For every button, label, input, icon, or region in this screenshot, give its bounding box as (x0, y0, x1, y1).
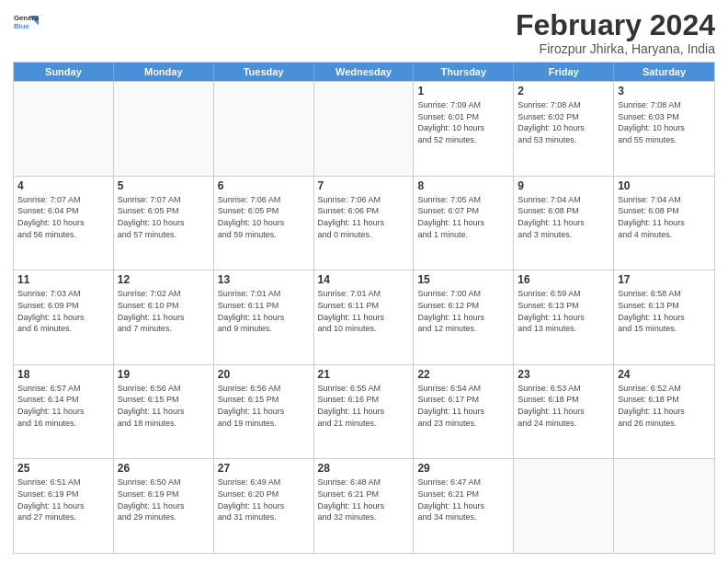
calendar-cell (314, 82, 415, 176)
day-number: 28 (318, 462, 410, 475)
day-info: Sunrise: 6:55 AM Sunset: 6:16 PM Dayligh… (318, 383, 410, 429)
svg-text:General: General (14, 14, 39, 22)
location: Firozpur Jhirka, Haryana, India (516, 41, 715, 56)
calendar-cell: 25Sunrise: 6:51 AM Sunset: 6:19 PM Dayli… (14, 459, 114, 553)
day-number: 14 (318, 273, 410, 286)
calendar-cell: 4Sunrise: 7:07 AM Sunset: 6:04 PM Daylig… (14, 177, 114, 270)
calendar-row-5: 25Sunrise: 6:51 AM Sunset: 6:19 PM Dayli… (14, 458, 714, 553)
calendar-cell (514, 459, 614, 553)
day-info: Sunrise: 6:57 AM Sunset: 6:14 PM Dayligh… (17, 383, 109, 429)
calendar-cell: 11Sunrise: 7:03 AM Sunset: 6:09 PM Dayli… (14, 270, 114, 364)
day-number: 15 (417, 273, 509, 286)
calendar-row-3: 11Sunrise: 7:03 AM Sunset: 6:09 PM Dayli… (14, 270, 714, 364)
header-day-saturday: Saturday (614, 63, 714, 81)
day-number: 9 (518, 179, 609, 192)
day-info: Sunrise: 7:03 AM Sunset: 6:09 PM Dayligh… (17, 288, 109, 334)
calendar-cell: 17Sunrise: 6:58 AM Sunset: 6:13 PM Dayli… (614, 270, 714, 364)
day-info: Sunrise: 6:50 AM Sunset: 6:19 PM Dayligh… (118, 477, 210, 523)
calendar-cell: 24Sunrise: 6:52 AM Sunset: 6:18 PM Dayli… (614, 365, 714, 459)
day-info: Sunrise: 7:02 AM Sunset: 6:10 PM Dayligh… (118, 288, 210, 334)
calendar-row-4: 18Sunrise: 6:57 AM Sunset: 6:14 PM Dayli… (14, 364, 714, 459)
day-info: Sunrise: 6:48 AM Sunset: 6:21 PM Dayligh… (318, 477, 410, 523)
day-info: Sunrise: 7:08 AM Sunset: 6:02 PM Dayligh… (518, 99, 609, 145)
calendar-cell: 18Sunrise: 6:57 AM Sunset: 6:14 PM Dayli… (14, 365, 114, 459)
calendar-cell: 1Sunrise: 7:09 AM Sunset: 6:01 PM Daylig… (414, 82, 514, 176)
calendar-cell: 19Sunrise: 6:56 AM Sunset: 6:15 PM Dayli… (114, 365, 214, 459)
calendar-cell (614, 459, 714, 553)
calendar-cell (14, 82, 114, 176)
day-number: 20 (218, 368, 310, 381)
calendar-cell: 6Sunrise: 7:06 AM Sunset: 6:05 PM Daylig… (214, 177, 314, 270)
header-day-monday: Monday (114, 63, 214, 81)
day-info: Sunrise: 7:07 AM Sunset: 6:05 PM Dayligh… (118, 194, 210, 240)
header-day-friday: Friday (514, 63, 614, 81)
svg-text:Blue: Blue (14, 22, 30, 30)
day-info: Sunrise: 7:04 AM Sunset: 6:08 PM Dayligh… (618, 194, 711, 240)
day-number: 8 (417, 179, 509, 192)
day-number: 25 (17, 462, 109, 475)
calendar-row-2: 4Sunrise: 7:07 AM Sunset: 6:04 PM Daylig… (14, 176, 714, 270)
day-info: Sunrise: 7:04 AM Sunset: 6:08 PM Dayligh… (518, 194, 609, 240)
calendar-cell: 3Sunrise: 7:08 AM Sunset: 6:03 PM Daylig… (614, 82, 714, 176)
calendar-cell: 21Sunrise: 6:55 AM Sunset: 6:16 PM Dayli… (314, 365, 415, 459)
day-number: 19 (118, 368, 210, 381)
calendar-cell: 28Sunrise: 6:48 AM Sunset: 6:21 PM Dayli… (314, 459, 415, 553)
day-info: Sunrise: 6:53 AM Sunset: 6:18 PM Dayligh… (518, 383, 609, 429)
day-info: Sunrise: 6:47 AM Sunset: 6:21 PM Dayligh… (417, 477, 509, 523)
calendar-header: SundayMondayTuesdayWednesdayThursdayFrid… (14, 63, 714, 81)
calendar-cell: 23Sunrise: 6:53 AM Sunset: 6:18 PM Dayli… (514, 365, 614, 459)
calendar-cell: 12Sunrise: 7:02 AM Sunset: 6:10 PM Dayli… (114, 270, 214, 364)
day-info: Sunrise: 6:56 AM Sunset: 6:15 PM Dayligh… (118, 383, 210, 429)
page: General Blue February 2024 Firozpur Jhir… (0, 0, 728, 563)
calendar-cell: 26Sunrise: 6:50 AM Sunset: 6:19 PM Dayli… (114, 459, 214, 553)
day-number: 17 (618, 273, 711, 286)
day-info: Sunrise: 6:58 AM Sunset: 6:13 PM Dayligh… (618, 288, 711, 334)
day-info: Sunrise: 7:01 AM Sunset: 6:11 PM Dayligh… (318, 288, 410, 334)
calendar-cell: 16Sunrise: 6:59 AM Sunset: 6:13 PM Dayli… (514, 270, 614, 364)
calendar-cell: 10Sunrise: 7:04 AM Sunset: 6:08 PM Dayli… (614, 177, 714, 270)
calendar-cell: 14Sunrise: 7:01 AM Sunset: 6:11 PM Dayli… (314, 270, 415, 364)
calendar-cell: 15Sunrise: 7:00 AM Sunset: 6:12 PM Dayli… (414, 270, 514, 364)
calendar-cell: 7Sunrise: 7:06 AM Sunset: 6:06 PM Daylig… (314, 177, 415, 270)
calendar-cell (114, 82, 214, 176)
day-number: 21 (318, 368, 410, 381)
calendar-cell (214, 82, 314, 176)
calendar-cell: 13Sunrise: 7:01 AM Sunset: 6:11 PM Dayli… (214, 270, 314, 364)
day-number: 10 (618, 179, 711, 192)
day-number: 23 (518, 368, 609, 381)
header-day-tuesday: Tuesday (214, 63, 314, 81)
calendar-cell: 27Sunrise: 6:49 AM Sunset: 6:20 PM Dayli… (214, 459, 314, 553)
calendar-cell: 5Sunrise: 7:07 AM Sunset: 6:05 PM Daylig… (114, 177, 214, 270)
day-info: Sunrise: 7:07 AM Sunset: 6:04 PM Dayligh… (17, 194, 109, 240)
calendar-cell: 20Sunrise: 6:56 AM Sunset: 6:15 PM Dayli… (214, 365, 314, 459)
day-info: Sunrise: 6:59 AM Sunset: 6:13 PM Dayligh… (518, 288, 609, 334)
title-block: February 2024 Firozpur Jhirka, Haryana, … (516, 9, 715, 56)
day-info: Sunrise: 7:05 AM Sunset: 6:07 PM Dayligh… (417, 194, 509, 240)
day-number: 6 (218, 179, 310, 192)
calendar-cell: 2Sunrise: 7:08 AM Sunset: 6:02 PM Daylig… (514, 82, 614, 176)
day-info: Sunrise: 6:49 AM Sunset: 6:20 PM Dayligh… (218, 477, 310, 523)
header-day-wednesday: Wednesday (314, 63, 415, 81)
calendar-cell: 9Sunrise: 7:04 AM Sunset: 6:08 PM Daylig… (514, 177, 614, 270)
day-number: 3 (618, 85, 711, 98)
day-number: 7 (318, 179, 410, 192)
day-number: 27 (218, 462, 310, 475)
header-day-sunday: Sunday (14, 63, 114, 81)
day-info: Sunrise: 7:06 AM Sunset: 6:06 PM Dayligh… (318, 194, 410, 240)
day-info: Sunrise: 6:56 AM Sunset: 6:15 PM Dayligh… (218, 383, 310, 429)
calendar-body: 1Sunrise: 7:09 AM Sunset: 6:01 PM Daylig… (14, 81, 714, 553)
calendar-cell: 8Sunrise: 7:05 AM Sunset: 6:07 PM Daylig… (414, 177, 514, 270)
day-info: Sunrise: 6:51 AM Sunset: 6:19 PM Dayligh… (17, 477, 109, 523)
logo-icon: General Blue (13, 9, 39, 35)
calendar-cell: 29Sunrise: 6:47 AM Sunset: 6:21 PM Dayli… (414, 459, 514, 553)
day-number: 18 (17, 368, 109, 381)
day-info: Sunrise: 6:54 AM Sunset: 6:17 PM Dayligh… (417, 383, 509, 429)
day-info: Sunrise: 7:06 AM Sunset: 6:05 PM Dayligh… (218, 194, 310, 240)
day-number: 13 (218, 273, 310, 286)
calendar-cell: 22Sunrise: 6:54 AM Sunset: 6:17 PM Dayli… (414, 365, 514, 459)
day-info: Sunrise: 7:01 AM Sunset: 6:11 PM Dayligh… (218, 288, 310, 334)
logo: General Blue (13, 9, 39, 35)
day-number: 22 (417, 368, 509, 381)
day-number: 5 (118, 179, 210, 192)
day-info: Sunrise: 7:09 AM Sunset: 6:01 PM Dayligh… (417, 99, 509, 145)
